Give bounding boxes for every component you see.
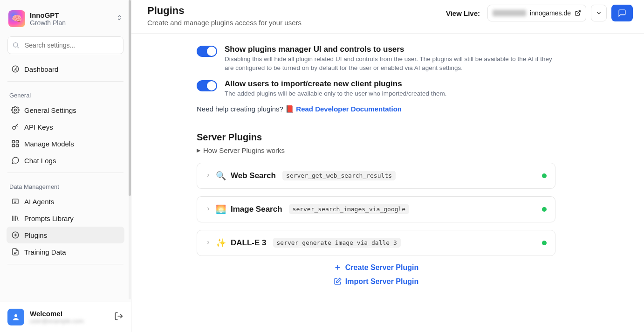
plugin-name: Image Search (231, 205, 282, 214)
nav-label: Training Data (24, 248, 66, 256)
search-icon (12, 42, 20, 49)
up-down-chevron-icon (116, 14, 123, 23)
help-line: Need help creating plugins? 📕 Read Devel… (197, 105, 555, 113)
user-icon (12, 313, 20, 321)
toggle-description: Disabling this will hide all plugin rela… (225, 55, 555, 73)
nav-ai-agents[interactable]: AI Agents (7, 193, 124, 210)
plugin-card[interactable]: ✨DALL-E 3server_generate_image_via_dalle… (197, 230, 555, 256)
nav-general-settings[interactable]: General Settings (7, 102, 124, 118)
svg-rect-5 (16, 140, 19, 143)
search-box (7, 36, 123, 54)
nav-label: General Settings (24, 106, 76, 114)
chevron-right-icon (206, 205, 211, 214)
nav-label: Plugins (24, 231, 47, 239)
gauge-icon (11, 65, 20, 73)
plugin-name: DALL-E 3 (231, 238, 267, 248)
nav-label: Manage Models (24, 140, 74, 148)
toggle-switch[interactable] (197, 46, 217, 57)
live-domain: innogames.de (530, 9, 571, 17)
plugin-id: server_generate_image_via_dalle_3 (273, 238, 401, 248)
disclosure-triangle-icon: ▶ (197, 147, 200, 153)
gear-icon (11, 106, 20, 114)
toggle-description: The added plugins will be available only… (225, 90, 447, 98)
svg-point-3 (13, 126, 15, 129)
sidebar: 🧠 InnoGPT Growth Plan Dashboard General … (0, 0, 131, 332)
external-link-icon (575, 10, 581, 16)
feedback-button[interactable] (611, 5, 633, 21)
nav-chat-logs[interactable]: Chat Logs (7, 152, 124, 169)
nav-api-keys[interactable]: API Keys (7, 118, 124, 135)
svg-point-0 (14, 43, 18, 47)
chevron-right-icon (206, 239, 211, 247)
status-indicator (542, 173, 547, 178)
action-label: Create Server Plugin (345, 263, 418, 272)
nav-label: API Keys (24, 123, 53, 131)
agent-icon (11, 197, 20, 206)
nav-label: AI Agents (24, 198, 54, 206)
status-indicator (542, 207, 547, 212)
workspace-name: InnoGPT (30, 11, 66, 19)
svg-point-2 (14, 109, 17, 111)
search-input[interactable] (7, 36, 123, 54)
message-icon (618, 9, 626, 17)
nav-prompts-library[interactable]: Prompts Library (7, 210, 124, 227)
svg-rect-7 (16, 145, 19, 147)
import-icon (334, 277, 342, 285)
help-text: Need help creating plugins? 📕 (197, 105, 296, 113)
live-subdomain-blurred (493, 10, 526, 16)
signout-button[interactable] (114, 311, 123, 323)
developer-docs-link[interactable]: Read Developer Documentation (296, 105, 402, 113)
scrollbar[interactable] (129, 0, 131, 299)
toggle-allow-import: Allow users to import/create new client … (197, 79, 555, 98)
plugin-id: server_get_web_search_results (282, 171, 396, 180)
plugin-card[interactable]: 🔍Web Searchserver_get_web_search_results (197, 163, 555, 189)
toggle-show-ui: Show plugins manager UI and controls to … (197, 45, 555, 73)
toolbar: View Live: innogames.de (446, 5, 633, 21)
nav-label: Dashboard (24, 65, 58, 73)
sidebar-footer: Welcome! user@example.com (0, 302, 131, 332)
plugin-card[interactable]: 🌅Image Searchserver_search_images_via_go… (197, 196, 555, 222)
plugin-name: Web Search (231, 171, 276, 180)
nav-label: Prompts Library (24, 214, 74, 222)
plugin-id: server_search_images_via_google (289, 204, 410, 214)
status-indicator (542, 241, 547, 245)
section-label-general: General (7, 85, 124, 102)
nav-manage-models[interactable]: Manage Models (7, 135, 124, 152)
server-plugins-title: Server Plugins (197, 132, 555, 143)
library-icon (11, 214, 20, 222)
details-label: How Server Plugins works (203, 146, 285, 154)
page-title: Plugins (147, 5, 301, 17)
nav-training-data[interactable]: Training Data (7, 243, 124, 260)
svg-rect-4 (12, 140, 14, 143)
how-server-plugins-work[interactable]: ▶ How Server Plugins works (197, 146, 555, 154)
avatar (7, 309, 24, 325)
divider (7, 81, 123, 82)
chevron-right-icon (206, 172, 211, 180)
file-icon (11, 248, 20, 256)
view-live-link[interactable]: innogames.de (487, 5, 586, 21)
plugin-emoji-icon: ✨ (216, 238, 226, 248)
nav-plugins[interactable]: Plugins (7, 227, 124, 243)
toggle-title: Show plugins manager UI and controls to … (225, 45, 555, 54)
nav-label: Chat Logs (24, 157, 56, 165)
chevron-down-icon (596, 10, 602, 16)
create-server-plugin[interactable]: Create Server Plugin (197, 263, 555, 272)
live-dropdown-button[interactable] (591, 5, 607, 21)
toggle-switch[interactable] (197, 80, 217, 91)
main: Plugins Create and manage plugins access… (131, 0, 644, 332)
workspace-logo: 🧠 (8, 10, 25, 27)
plus-icon (334, 263, 342, 271)
grid-icon (11, 139, 20, 148)
import-server-plugin[interactable]: Import Server Plugin (197, 277, 555, 286)
workspace-plan: Growth Plan (30, 19, 66, 27)
plugin-emoji-icon: 🔍 (216, 171, 226, 181)
workspace-switcher[interactable]: 🧠 InnoGPT Growth Plan (7, 8, 124, 34)
divider (7, 264, 123, 264)
chat-icon (11, 156, 20, 165)
sidebar-scroll: 🧠 InnoGPT Growth Plan Dashboard General … (0, 0, 131, 302)
welcome-email: user@example.com (30, 318, 84, 325)
nav-dashboard[interactable]: Dashboard (7, 61, 124, 77)
signout-icon (114, 311, 123, 321)
topbar: Plugins Create and manage plugins access… (131, 0, 644, 34)
plugin-emoji-icon: 🌅 (216, 204, 226, 214)
